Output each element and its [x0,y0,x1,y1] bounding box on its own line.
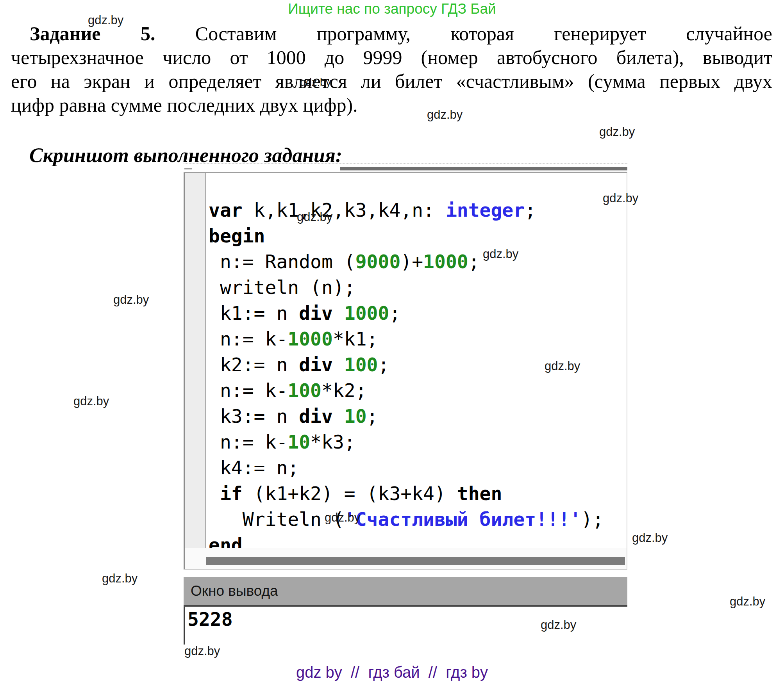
code-line: n:= k-100*k2; [209,378,604,403]
code-line: Writeln ('Счастливый билет!!!'); [209,506,604,532]
window-top-edge [340,167,627,170]
task-line-1: Задание 5. Составим программу, которая г… [11,22,772,46]
code-line: n:= k-1000*k1; [209,326,604,352]
ide-screenshot: var k,k1,k2,k3,k4,n: integer;begin n:= R… [184,163,627,648]
watermark: gdz.by [325,511,360,525]
watermark: gdz.by [102,572,138,586]
watermark: gdz.by [184,644,220,658]
watermark: gdz.by [730,595,765,609]
output-window-titlebar: Окно вывода [184,577,627,607]
watermark: gdz.by [632,531,668,545]
watermark: gdz.by [541,618,576,632]
task-line-3: его на экран и определяет является ли би… [11,69,772,93]
code-block: var k,k1,k2,k3,k4,n: integer;begin n:= R… [209,197,604,558]
scrollbar-thumb [206,557,625,565]
task-paragraph: Задание 5. Составим программу, которая г… [11,22,772,117]
watermark: gdz.by [427,108,463,122]
code-line: k4:= n; [209,455,604,481]
code-line: var k,k1,k2,k3,k4,n: integer; [209,197,604,223]
code-line: n:= Random (9000)+1000; [209,249,604,274]
watermark: gdz.by [88,13,123,27]
watermark: gdz.by [73,394,109,408]
code-line: begin [209,223,604,249]
watermark: gdz.by [483,247,518,261]
code-line: writeln (n); [209,274,604,300]
horizontal-scrollbar [185,548,627,569]
task-line-4: цифр равна сумме последних двух цифр). [11,93,772,117]
watermark: gdz.by [113,293,149,307]
watermark: gdz.by [297,210,332,224]
code-line: n:= k-10*k3; [209,429,604,455]
task-line-2: четырехзначное число от 1000 до 9999 (но… [11,46,772,69]
footer-note: gdz by // гдз бай // гдз by [0,664,784,681]
code-line: k1:= n div 1000; [209,300,604,326]
window-top-tick [184,168,192,169]
watermark: gdz.by [603,191,638,205]
watermark: gdz.by [300,77,331,89]
watermark: gdz.by [599,125,635,139]
watermark: gdz.by [545,359,580,373]
code-line: k3:= n div 10; [209,403,604,429]
task-line-1-text: Составим программу, которая генерирует с… [155,23,772,45]
editor-gutter [185,173,206,550]
code-line: if (k1+k2) = (k3+k4) then [209,481,604,506]
scanned-page: { "page": { "green_note": "Ищите нас по … [0,0,784,682]
window-top-edge-shadow [340,170,627,171]
